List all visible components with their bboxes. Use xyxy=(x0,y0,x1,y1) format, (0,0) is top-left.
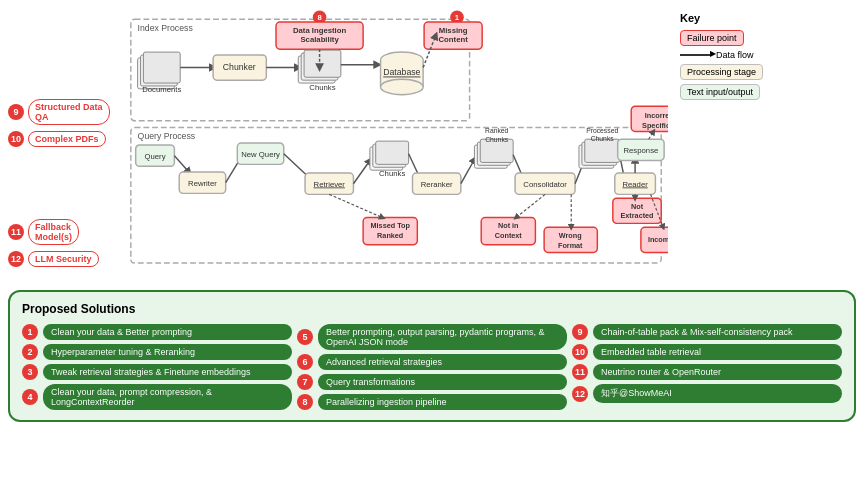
solution-item-3: 3 Tweak retrieval strategies & Finetune … xyxy=(22,364,292,380)
svg-text:New Query: New Query xyxy=(241,150,280,159)
sol-5-text: Better prompting, output parsing, pydant… xyxy=(318,324,567,350)
svg-text:Extracted: Extracted xyxy=(621,211,654,220)
sol-3-text: Tweak retrieval strategies & Finetune em… xyxy=(43,364,292,380)
key-arrow-row: Data flow xyxy=(680,50,852,60)
solution-item-4: 4 Clean your data, prompt compression, &… xyxy=(22,384,292,410)
svg-text:Scalability: Scalability xyxy=(300,35,339,44)
svg-rect-49 xyxy=(376,141,409,164)
sol-2-num: 2 xyxy=(22,344,38,360)
key-text-io-row: Text input/output xyxy=(680,84,852,100)
svg-text:Query: Query xyxy=(145,152,166,161)
label-12-num: 12 xyxy=(8,251,24,267)
diagram-svg: Index Process 8 Data Ingestion Scalabili… xyxy=(126,8,668,282)
sol-12-num: 12 xyxy=(572,386,588,402)
solution-item-12: 12 知乎@ShowMeAI xyxy=(572,384,842,403)
svg-text:Chunks: Chunks xyxy=(591,135,615,142)
svg-rect-22 xyxy=(304,50,341,77)
svg-text:Format: Format xyxy=(558,241,583,250)
solution-item-9: 9 Chain-of-table pack & Mix-self-consist… xyxy=(572,324,842,340)
svg-text:Ranked: Ranked xyxy=(377,231,403,240)
svg-text:Incorrect: Incorrect xyxy=(645,111,668,120)
label-10-tag: Complex PDFs xyxy=(28,131,106,147)
svg-text:Rewriter: Rewriter xyxy=(188,179,217,188)
sol-12-text: 知乎@ShowMeAI xyxy=(593,384,842,403)
svg-text:Chunks: Chunks xyxy=(309,83,335,92)
sol-1-text: Clean your data & Better prompting xyxy=(43,324,292,340)
svg-line-46 xyxy=(353,160,369,183)
svg-text:8: 8 xyxy=(317,13,322,22)
key-text-io-label: Text input/output xyxy=(680,84,760,100)
svg-line-86 xyxy=(516,194,545,217)
solution-item-10: 10 Embedded table retrieval xyxy=(572,344,842,360)
svg-text:Not in: Not in xyxy=(498,221,519,230)
svg-text:Database: Database xyxy=(383,67,420,77)
sol-4-text: Clean your data, prompt compression, & L… xyxy=(43,384,292,410)
svg-text:Wrong: Wrong xyxy=(559,231,582,240)
left-labels: 9 Structured DataQA 10 Complex PDFs 11 F… xyxy=(8,8,118,282)
label-structured-data: 9 Structured DataQA xyxy=(8,99,118,125)
key-failure-row: Failure point xyxy=(680,30,852,46)
svg-text:Processed: Processed xyxy=(586,127,618,134)
solutions-col-2: 5 Better prompting, output parsing, pyda… xyxy=(297,324,567,410)
sol-11-text: Neutrino router & OpenRouter xyxy=(593,364,842,380)
sol-8-text: Parallelizing ingestion pipeline xyxy=(318,394,567,410)
svg-line-54 xyxy=(461,160,475,184)
svg-rect-14 xyxy=(143,52,180,83)
svg-text:Response: Response xyxy=(623,146,658,155)
sol-9-text: Chain-of-table pack & Mix-self-consisten… xyxy=(593,324,842,340)
solution-item-6: 6 Advanced retrieval strategies xyxy=(297,354,567,370)
sol-6-num: 6 xyxy=(297,354,313,370)
svg-text:Context: Context xyxy=(495,231,523,240)
label-11-tag: FallbackModel(s) xyxy=(28,219,79,245)
svg-line-80 xyxy=(329,194,382,217)
svg-text:1: 1 xyxy=(455,13,460,22)
svg-text:Query Process: Query Process xyxy=(138,131,196,141)
svg-text:Reader: Reader xyxy=(622,180,648,189)
svg-text:Reranker: Reranker xyxy=(421,180,453,189)
diagram-area: Index Process 8 Data Ingestion Scalabili… xyxy=(126,8,668,282)
svg-line-109 xyxy=(649,131,654,139)
solutions-grid: 1 Clean your data & Better prompting 2 H… xyxy=(22,324,842,410)
svg-text:Missed Top: Missed Top xyxy=(371,221,411,230)
key-title: Key xyxy=(680,12,852,24)
sol-9-num: 9 xyxy=(572,324,588,340)
sol-8-num: 8 xyxy=(297,394,313,410)
svg-text:Data Ingestion: Data Ingestion xyxy=(293,26,347,35)
solutions-col-1: 1 Clean your data & Better prompting 2 H… xyxy=(22,324,292,410)
sol-3-num: 3 xyxy=(22,364,38,380)
svg-text:Documents: Documents xyxy=(142,85,181,94)
solution-item-1: 1 Clean your data & Better prompting xyxy=(22,324,292,340)
svg-text:Chunks: Chunks xyxy=(485,136,509,143)
solution-item-7: 7 Query transformations xyxy=(297,374,567,390)
svg-rect-66 xyxy=(585,139,620,162)
svg-point-29 xyxy=(381,79,424,94)
solution-item-8: 8 Parallelizing ingestion pipeline xyxy=(297,394,567,410)
sol-1-num: 1 xyxy=(22,324,38,340)
label-complex-pdfs: 10 Complex PDFs xyxy=(8,131,118,147)
sol-2-text: Hyperparameter tuning & Reranking xyxy=(43,344,292,360)
proposed-solutions-title: Proposed Solutions xyxy=(22,302,842,316)
solution-item-11: 11 Neutrino router & OpenRouter xyxy=(572,364,842,380)
svg-text:Chunker: Chunker xyxy=(223,62,256,72)
sol-11-num: 11 xyxy=(572,364,588,380)
sol-10-num: 10 xyxy=(572,344,588,360)
key-area: Key Failure point Data flow Processing s… xyxy=(676,8,856,282)
svg-text:Specificity: Specificity xyxy=(642,121,668,130)
sol-4-num: 4 xyxy=(22,389,38,405)
solution-item-5: 5 Better prompting, output parsing, pyda… xyxy=(297,324,567,350)
svg-text:Retriever: Retriever xyxy=(314,180,346,189)
svg-text:Incomplete: Incomplete xyxy=(648,235,668,244)
label-9-tag: Structured DataQA xyxy=(28,99,110,125)
key-dataflow-label: Data flow xyxy=(716,50,754,60)
label-llm-security: 12 LLM Security xyxy=(8,251,118,267)
sol-5-num: 5 xyxy=(297,329,313,345)
svg-text:Chunks: Chunks xyxy=(379,169,405,178)
sol-7-text: Query transformations xyxy=(318,374,567,390)
key-failure-label: Failure point xyxy=(680,30,744,46)
key-processing-label: Processing stage xyxy=(680,64,763,80)
proposed-solutions-section: Proposed Solutions 1 Clean your data & B… xyxy=(8,290,856,422)
solutions-col-3: 9 Chain-of-table pack & Mix-self-consist… xyxy=(572,324,842,410)
svg-text:Index Process: Index Process xyxy=(138,23,194,33)
label-9-num: 9 xyxy=(8,104,24,120)
sol-6-text: Advanced retrieval strategies xyxy=(318,354,567,370)
